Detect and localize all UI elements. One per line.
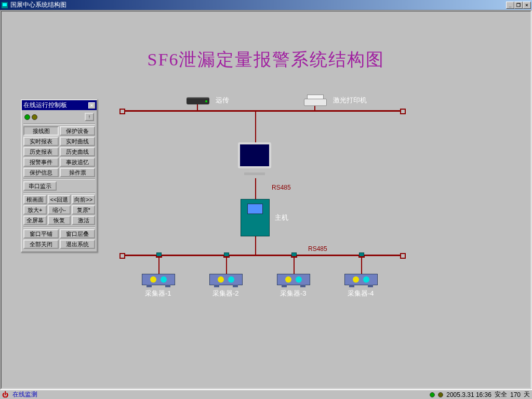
collector-2 — [209, 274, 243, 285]
status-datetime: 2005.3.31 16:36 — [446, 391, 491, 398]
status-safe-days: 170 — [510, 391, 521, 398]
window-titlebar: 国展中心系统结构图 _ ❐ × — [0, 0, 532, 10]
status-led-olive — [438, 392, 443, 397]
panel-r2-2-2-button[interactable]: 激活 — [72, 216, 95, 225]
monitor-host-link — [255, 178, 256, 199]
panel-titlebar[interactable]: 在线运行控制板 × — [22, 100, 97, 110]
panel-r3-1-0-button[interactable]: 全部关闭 — [23, 240, 59, 249]
drop-2 — [226, 256, 227, 274]
printer-device — [304, 95, 327, 106]
panel-r1-2-1-button[interactable]: 历史曲线 — [60, 147, 95, 156]
remote-label: 远传 — [216, 96, 229, 105]
top-center-drop — [255, 111, 256, 142]
panel-r1-4-0-button[interactable]: 保护信息 — [23, 168, 59, 177]
modem-device — [187, 97, 209, 104]
printer-label: 激光打印机 — [333, 96, 367, 105]
rs485-label-b: RS485 — [308, 245, 327, 252]
app-icon — [1, 2, 8, 9]
collector-1 — [142, 274, 175, 285]
drop-1 — [158, 256, 159, 274]
drop-4 — [361, 256, 362, 274]
collector-3 — [277, 274, 310, 285]
window-title: 国展中心系统结构图 — [10, 1, 506, 9]
panel-led-row: ↑ — [23, 112, 95, 122]
panel-r2-2-0-button[interactable]: 全屏幕 — [23, 216, 47, 225]
rs485-label-a: RS485 — [272, 184, 291, 191]
collector-1-label: 采集器-1 — [145, 289, 171, 298]
panel-r2-1-2-button[interactable]: 复原* — [72, 205, 95, 215]
panel-title-text: 在线运行控制板 — [23, 101, 88, 110]
panel-r2-1-1-button[interactable]: 缩小- — [48, 205, 71, 215]
panel-r3-1-1-button[interactable]: 退出系统 — [60, 240, 95, 249]
panel-r1-0-1-button[interactable]: 保护设备 — [60, 126, 95, 136]
host-device — [241, 199, 270, 236]
panel-r1-4-1-button[interactable]: 操作票 — [60, 168, 95, 177]
panel-led-green — [24, 114, 30, 120]
panel-close-button[interactable]: × — [88, 102, 95, 109]
status-led-green — [430, 392, 435, 397]
drop-3 — [294, 256, 295, 274]
panel-r1-1-0-button[interactable]: 实时报表 — [23, 137, 59, 146]
panel-r3-0-0-button[interactable]: 窗口平铺 — [23, 229, 59, 238]
panel-r2-0-1-button[interactable]: <<回退 — [48, 195, 71, 204]
serial-monitor-button[interactable]: 串口监示 — [23, 181, 57, 191]
panel-r2-2-1-button[interactable]: 恢复 — [48, 216, 71, 225]
close-button[interactable]: × — [523, 2, 531, 9]
panel-r1-1-1-button[interactable]: 实时曲线 — [60, 137, 95, 146]
status-safe-label: 安全 — [495, 390, 507, 399]
power-icon[interactable]: ⏻ — [2, 391, 9, 398]
collector-2-label: 采集器-2 — [212, 289, 239, 298]
minimize-button[interactable]: _ — [506, 2, 514, 9]
host-label: 主机 — [275, 213, 288, 222]
modem-drop — [197, 104, 198, 110]
collector-4-label: 采集器-4 — [348, 289, 374, 298]
panel-r2-0-2-button[interactable]: 向前>> — [72, 195, 95, 204]
collector-4 — [344, 274, 378, 285]
collapse-up-button[interactable]: ↑ — [85, 113, 94, 121]
status-day-unit: 天 — [524, 390, 530, 399]
panel-r1-2-0-button[interactable]: 历史报表 — [23, 147, 59, 156]
control-panel[interactable]: 在线运行控制板 × ↑ 接线图保护设备实时报表实时曲线历史报表历史曲线报警事件事… — [21, 99, 98, 252]
panel-r3-0-1-button[interactable]: 窗口层叠 — [60, 229, 95, 238]
diagram-title: SF6泄漏定量报警系统结构图 — [2, 48, 530, 72]
panel-r2-1-0-button[interactable]: 放大+ — [23, 205, 47, 215]
panel-r1-0-0-button[interactable]: 接线图 — [23, 126, 59, 136]
bus-top — [121, 110, 404, 112]
panel-led-olive — [32, 114, 37, 120]
collector-3-label: 采集器-3 — [280, 289, 307, 298]
printer-drop — [314, 106, 315, 110]
panel-r1-3-1-button[interactable]: 事故追忆 — [60, 157, 95, 167]
monitor-device — [238, 142, 271, 175]
window-controls: _ ❐ × — [506, 2, 531, 9]
panel-r1-3-0-button[interactable]: 报警事件 — [23, 157, 59, 167]
status-bar: ⏻ 在线监测 2005.3.31 16:36 安全 170 天 — [0, 390, 532, 399]
panel-r2-0-0-button[interactable]: 根画面 — [23, 195, 47, 204]
host-bus-link — [255, 236, 256, 255]
status-mode: 在线监测 — [12, 390, 37, 399]
svg-rect-1 — [3, 3, 7, 6]
maximize-button[interactable]: ❐ — [514, 2, 523, 9]
